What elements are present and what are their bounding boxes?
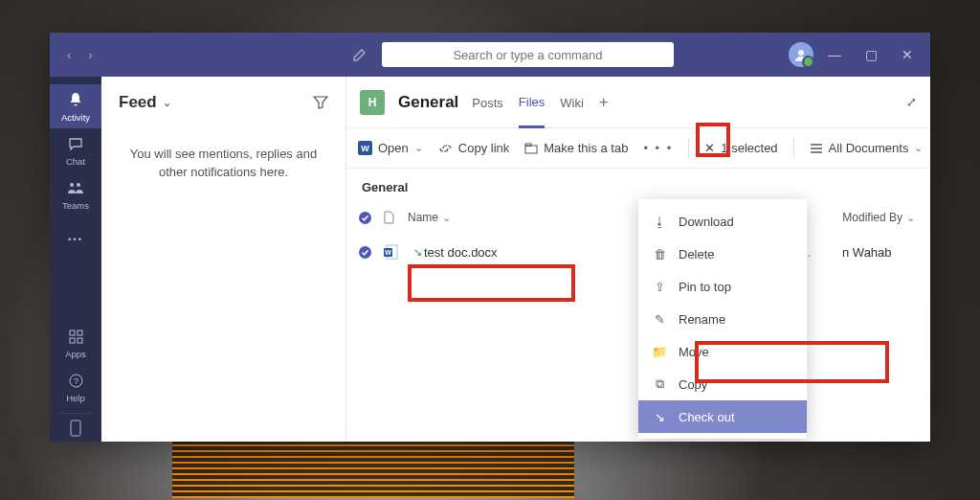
copy-icon: ⧉ [652, 376, 667, 392]
svg-text:?: ? [73, 376, 78, 386]
breadcrumb[interactable]: General [346, 169, 930, 202]
rail-teams[interactable]: Teams [50, 172, 101, 216]
feed-header: Feed ⌄ [101, 77, 345, 128]
column-name[interactable]: Name ⌄ [408, 211, 451, 224]
divider [688, 138, 689, 159]
close-icon: ✕ [704, 141, 715, 155]
rail-help-label: Help [66, 393, 85, 403]
rail-chat-label: Chat [66, 156, 85, 167]
maximize-button[interactable]: ▢ [861, 47, 880, 62]
checkout-icon: ↘ [652, 410, 667, 424]
view-label: All Documents [829, 141, 909, 155]
svg-rect-5 [70, 338, 75, 343]
menu-move[interactable]: 📁 Move [638, 335, 807, 368]
link-icon [438, 143, 453, 154]
nav-back-icon[interactable]: ‹ [67, 48, 71, 62]
menu-pin[interactable]: ⇧ Pin to top [638, 270, 807, 303]
svg-rect-10 [525, 146, 537, 153]
chat-icon [66, 134, 85, 153]
channel-pane: H General Posts Files Wiki + ⤢ W Open ⌄ [346, 77, 930, 442]
chevron-down-icon: ⌄ [906, 212, 915, 224]
feed-column: Feed ⌄ You will see mentions, replies an… [101, 77, 346, 442]
channel-header: H General Posts Files Wiki + ⤢ [346, 77, 930, 128]
new-message-icon[interactable] [349, 44, 370, 65]
file-name[interactable]: test doc.docx [424, 245, 498, 260]
select-all-checkbox[interactable] [358, 211, 383, 225]
file-type-column-icon [383, 211, 408, 224]
menu-copy[interactable]: ⧉ Copy [638, 368, 807, 400]
view-selector[interactable]: All Documents ⌄ [810, 141, 924, 155]
filter-icon[interactable] [313, 96, 328, 109]
avatar[interactable] [789, 42, 813, 67]
rail-apps[interactable]: Apps [50, 321, 101, 365]
pin-icon: ⇧ [652, 280, 667, 294]
selected-label: 1 selected [721, 141, 777, 155]
chevron-down-icon: ⌄ [163, 97, 171, 109]
menu-delete[interactable]: 🗑 Delete [638, 238, 807, 270]
expand-icon[interactable]: ⤢ [906, 95, 917, 109]
svg-point-2 [77, 183, 80, 187]
menu-rename[interactable]: ✎ Rename [638, 303, 807, 335]
menu-move-label: Move [679, 345, 709, 359]
window-controls: — ▢ ✕ [825, 47, 917, 62]
minimize-button[interactable]: — [825, 47, 844, 62]
move-icon: 📁 [652, 345, 667, 359]
checkout-badge-icon: ↘ [413, 246, 422, 259]
svg-rect-4 [78, 330, 82, 335]
rail-teams-label: Teams [62, 200, 89, 211]
teams-window: ‹ › Search or type a command — ▢ ✕ Activ… [50, 33, 930, 442]
feed-dropdown[interactable]: Feed ⌄ [119, 93, 171, 112]
rename-icon: ✎ [652, 312, 667, 327]
tab-posts[interactable]: Posts [472, 77, 503, 127]
file-modified-by: n Wahab [842, 245, 919, 260]
copy-link-button[interactable]: Copy link [438, 141, 509, 155]
tab-files[interactable]: Files [519, 78, 545, 128]
svg-rect-3 [70, 330, 75, 335]
svg-rect-9 [71, 420, 80, 436]
menu-download[interactable]: ⭳ Download [638, 205, 807, 238]
row-checkbox[interactable] [358, 245, 383, 260]
menu-delete-label: Delete [679, 247, 715, 261]
column-name-label: Name [408, 211, 438, 224]
open-button[interactable]: W Open ⌄ [358, 141, 423, 155]
chevron-down-icon: ⌄ [442, 212, 451, 224]
chevron-down-icon: ⌄ [414, 142, 423, 154]
svg-point-0 [798, 50, 804, 56]
rail-help[interactable]: ? Help [50, 365, 101, 409]
make-tab-button[interactable]: Make this a tab [524, 141, 628, 155]
app-rail: Activity Chat Teams ••• [50, 77, 101, 442]
rail-apps-label: Apps [65, 349, 86, 359]
svg-rect-6 [78, 338, 82, 343]
add-tab-button[interactable]: + [599, 93, 609, 112]
tab-icon [524, 143, 538, 154]
menu-checkout-label: Check out [679, 410, 735, 424]
nav-forward-icon[interactable]: › [88, 48, 92, 62]
titlebar: ‹ › Search or type a command — ▢ ✕ [50, 33, 930, 77]
make-tab-label: Make this a tab [544, 141, 628, 155]
column-modified-by[interactable]: Modified By ⌄ [842, 211, 915, 224]
menu-download-label: Download [679, 215, 734, 229]
rail-activity[interactable]: Activity [50, 84, 101, 128]
channel-avatar: H [360, 90, 385, 115]
file-command-bar: W Open ⌄ Copy link Make this a tab • [346, 128, 930, 169]
close-button[interactable]: ✕ [898, 47, 917, 62]
apps-icon [66, 327, 85, 346]
clear-selection-button[interactable]: ✕ 1 selected [704, 141, 777, 155]
tab-wiki[interactable]: Wiki [560, 77, 584, 127]
help-icon: ? [66, 371, 85, 390]
svg-text:W: W [385, 249, 391, 256]
menu-checkout[interactable]: ↘ Check out [638, 400, 807, 433]
teams-icon [66, 178, 85, 197]
bell-icon [66, 90, 85, 109]
search-input[interactable]: Search or type a command [382, 42, 674, 67]
rail-more[interactable]: ••• [50, 216, 101, 261]
rail-chat[interactable]: Chat [50, 128, 101, 172]
column-modified-by-label: Modified By [842, 211, 902, 224]
nav-arrows: ‹ › [67, 48, 93, 62]
rail-device-icon[interactable] [58, 413, 93, 442]
more-actions-button[interactable]: • • • [643, 141, 673, 155]
svg-point-1 [70, 183, 74, 187]
menu-copy-label: Copy [679, 377, 707, 392]
feed-empty-message: You will see mentions, replies and other… [101, 128, 345, 199]
context-menu: ⭳ Download 🗑 Delete ⇧ Pin to top ✎ Renam… [638, 199, 807, 439]
